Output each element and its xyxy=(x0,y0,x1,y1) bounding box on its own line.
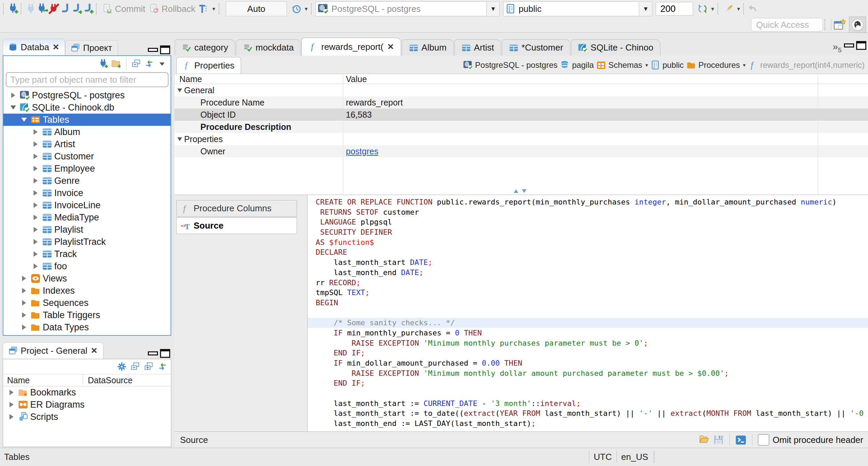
tree-item-playlist[interactable]: Playlist xyxy=(3,224,171,236)
collapse-all-icon[interactable] xyxy=(131,59,141,69)
reconnect-icon[interactable] xyxy=(37,3,48,15)
property-value[interactable]: postgres xyxy=(346,147,378,156)
highlighter-button[interactable]: ▾ xyxy=(722,2,742,16)
omit-procedure-header-checkbox[interactable] xyxy=(758,434,769,446)
auto-commit-button[interactable]: Auto xyxy=(226,1,287,16)
owner-link[interactable]: postgres xyxy=(346,147,378,156)
tree-item-table-triggers[interactable]: Table Triggers xyxy=(3,309,171,321)
tree-item-track[interactable]: Track xyxy=(3,248,171,260)
tree-item-foo[interactable]: foo xyxy=(3,260,171,272)
column-header-value[interactable]: Value xyxy=(346,74,367,84)
column-header-name[interactable]: Name xyxy=(179,74,202,84)
undo-icon[interactable] xyxy=(748,4,758,14)
editor-tab-artist[interactable]: Artist xyxy=(454,39,501,56)
expander-closed-icon[interactable] xyxy=(20,325,28,330)
close-icon[interactable]: ✕ xyxy=(387,42,394,52)
expander-open-icon[interactable] xyxy=(20,118,28,122)
expander-closed-icon[interactable] xyxy=(7,402,16,407)
breadcrumb-item-schemas[interactable]: Schemas▾ xyxy=(596,60,648,70)
editor-tab-customer[interactable]: *Customer xyxy=(502,39,570,56)
breadcrumb-item-postgresql-postgres[interactable]: PostgreSQL - postgres xyxy=(463,60,557,70)
tree-item-tables[interactable]: Tables xyxy=(3,114,171,126)
expander-closed-icon[interactable] xyxy=(31,264,40,269)
minimize-button[interactable] xyxy=(147,348,159,359)
column-divider[interactable] xyxy=(343,74,343,195)
sql-editor-icon[interactable] xyxy=(60,3,71,15)
expander-closed-icon[interactable] xyxy=(31,178,40,183)
tree-item-indexes[interactable]: Indexes xyxy=(3,285,171,297)
schema-combo[interactable]: public ▼ xyxy=(503,1,652,16)
column-divider[interactable] xyxy=(818,74,818,195)
property-row-general[interactable]: General xyxy=(175,84,868,96)
open-perspective-icon[interactable] xyxy=(833,18,846,31)
side-tab-procedure-columns[interactable]: fProcedure Columns xyxy=(176,200,297,217)
dropdown-arrow-icon[interactable]: ▼ xyxy=(486,2,499,16)
column-header-datasource[interactable]: DataSource xyxy=(88,375,133,385)
link-with-editor-icon[interactable] xyxy=(144,59,154,69)
property-row-procedure-description[interactable]: Procedure Description xyxy=(175,121,868,133)
toolbar-grip[interactable] xyxy=(743,3,746,14)
expander-closed-icon[interactable] xyxy=(20,288,28,293)
expander-closed-icon[interactable] xyxy=(31,202,40,208)
breadcrumb-item-public[interactable]: public xyxy=(651,60,684,70)
property-row-owner[interactable]: Ownerpostgres xyxy=(175,145,868,157)
close-icon[interactable]: ✕ xyxy=(53,42,59,52)
expander-closed-icon[interactable] xyxy=(7,414,16,420)
editor-tab-sqlite-chinoo[interactable]: SQLite - Chinoo xyxy=(571,39,660,56)
breadcrumb-item-procedures[interactable]: Procedures▾ xyxy=(687,60,746,70)
editor-tab-mockdata[interactable]: mockdata xyxy=(236,39,301,56)
editor-tab-album[interactable]: Album xyxy=(402,39,454,56)
tab-projects[interactable]: Проект xyxy=(65,40,118,55)
expander-closed-icon[interactable] xyxy=(31,190,40,196)
tree-item-invoice[interactable]: Invoice xyxy=(3,187,171,199)
toolbar-grip[interactable] xyxy=(825,19,827,30)
expander-closed-icon[interactable] xyxy=(20,276,28,281)
editor-tab-rewards-report[interactable]: frewards_report(✕ xyxy=(301,38,401,56)
collapse-up-icon[interactable] xyxy=(514,189,518,193)
expander-open-icon[interactable] xyxy=(9,105,18,110)
fetch-size-input[interactable] xyxy=(656,2,693,16)
maximize-button[interactable] xyxy=(159,44,171,55)
collapse-all-icon[interactable] xyxy=(130,362,140,372)
view-menu-icon[interactable] xyxy=(157,59,167,69)
expander-closed-icon[interactable] xyxy=(31,227,40,232)
column-divider[interactable] xyxy=(83,374,83,385)
expand-all-icon[interactable] xyxy=(144,362,154,372)
tree-item-views[interactable]: Views xyxy=(3,272,171,285)
property-row-object-id[interactable]: Object ID16,583 xyxy=(175,109,868,121)
project-item-bookmarks[interactable]: Bookmarks xyxy=(3,386,171,399)
tree-item-customer[interactable]: Customer xyxy=(3,150,171,162)
expander-open-icon[interactable] xyxy=(177,137,182,141)
tree-item-album[interactable]: Album xyxy=(3,126,171,138)
tree-item-artist[interactable]: Artist xyxy=(3,138,171,150)
project-item-er-diagrams[interactable]: ER Diagrams xyxy=(3,399,171,411)
toolbar-grip[interactable] xyxy=(21,3,23,14)
tab-database-navigator[interactable]: Databa ✕ xyxy=(3,39,65,55)
new-sql-editor-icon[interactable] xyxy=(83,3,94,15)
rollback-button[interactable]: Rollback xyxy=(147,2,197,16)
commit-button[interactable]: Commit xyxy=(100,2,147,16)
expander-closed-icon[interactable] xyxy=(20,312,28,318)
collapse-down-icon[interactable] xyxy=(522,189,527,193)
column-divider[interactable] xyxy=(128,374,129,385)
toolbar-grip[interactable] xyxy=(96,3,99,14)
minimize-button[interactable] xyxy=(843,40,855,51)
column-header-name[interactable]: Name xyxy=(7,375,30,385)
expander-closed-icon[interactable] xyxy=(31,166,40,171)
tree-item-invoiceline[interactable]: InvoiceLine xyxy=(3,199,171,211)
object-filter-input[interactable] xyxy=(6,72,169,87)
breadcrumb-item-pagila[interactable]: pagila xyxy=(560,60,594,70)
gear-icon[interactable] xyxy=(117,362,127,372)
expander-closed-icon[interactable] xyxy=(31,154,40,159)
open-sql-script-icon[interactable] xyxy=(71,3,83,15)
new-folder-icon[interactable] xyxy=(111,59,121,69)
project-item-scripts[interactable]: Scripts xyxy=(3,411,171,423)
expander-closed-icon[interactable] xyxy=(20,300,28,306)
expander-closed-icon[interactable] xyxy=(31,141,40,147)
new-connection-icon[interactable] xyxy=(98,59,108,69)
connect-icon[interactable] xyxy=(25,3,37,15)
editor-tab-category[interactable]: category xyxy=(175,39,235,56)
dbeaver-perspective-button[interactable] xyxy=(849,17,866,33)
expander-open-icon[interactable] xyxy=(177,89,182,92)
dropdown-arrow-icon[interactable]: ▼ xyxy=(639,2,652,16)
